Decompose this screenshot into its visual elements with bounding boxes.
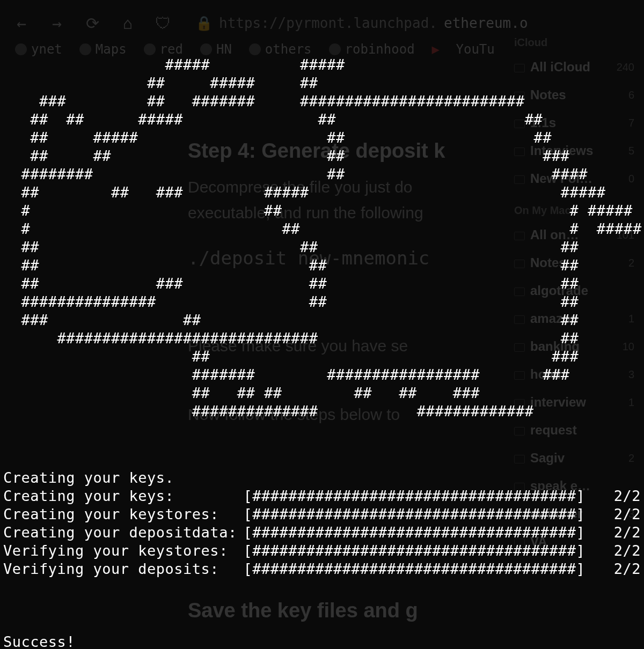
ascii-art: ##### ##### ## ##### ## ### ## ####### #…	[3, 56, 642, 419]
progress-bar: [####################################]	[244, 523, 586, 542]
terminal-window[interactable]: ##### ##### ## ##### ## ### ## ####### #…	[0, 0, 644, 649]
progress-row: Verifying your deposits:[###############…	[3, 560, 641, 578]
progress-label: Verifying your keystores:	[3, 542, 244, 560]
progress-row: Creating your depositdata:[#############…	[3, 523, 641, 542]
progress-count: 2/2	[585, 523, 641, 542]
success-line: Success!	[3, 633, 75, 649]
progress-count: 2/2	[585, 542, 641, 560]
progress-count: 2/2	[585, 487, 641, 505]
progress-label: Creating your keys:	[3, 487, 244, 505]
progress-label: Creating your keystores:	[3, 505, 244, 523]
creating-keys-line: Creating your keys.	[3, 469, 174, 486]
progress-bar: [####################################]	[244, 560, 586, 578]
progress-block: Creating your keys. Creating your keys:[…	[3, 451, 641, 596]
progress-count: 2/2	[585, 505, 641, 523]
progress-label: Verifying your deposits:	[3, 560, 244, 578]
progress-row: Creating your keystores:[###############…	[3, 505, 641, 523]
progress-bar: [####################################]	[244, 542, 586, 560]
progress-label: Creating your depositdata:	[3, 523, 244, 542]
progress-row: Creating your keys:[####################…	[3, 487, 641, 505]
progress-row: Verifying your keystores:[##############…	[3, 542, 641, 560]
progress-bar: [####################################]	[244, 505, 586, 523]
progress-bar: [####################################]	[244, 487, 586, 505]
progress-count: 2/2	[585, 560, 641, 578]
